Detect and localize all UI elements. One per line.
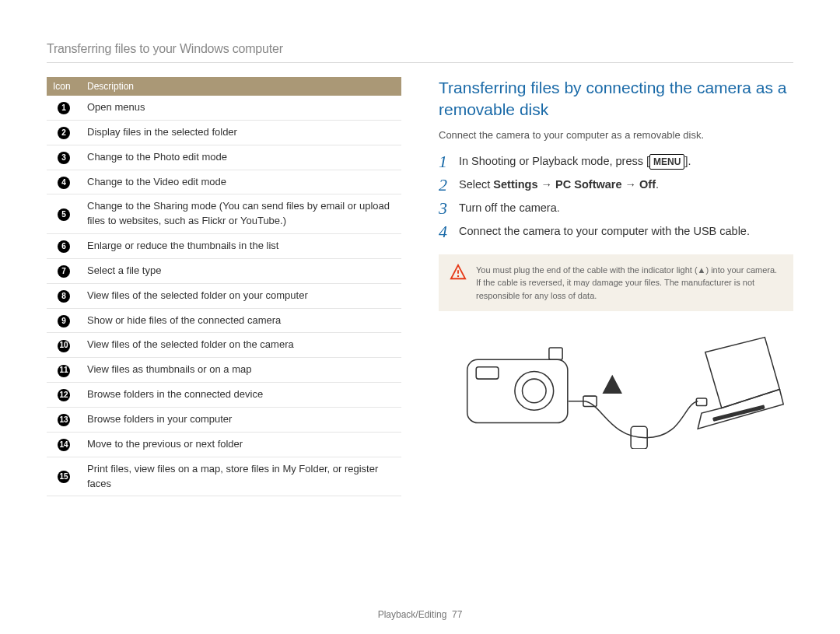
subsection-intro: Connect the camera to your computer as a…: [439, 129, 793, 141]
warning-icon: [450, 264, 467, 281]
table-row: 4Change to the Video edit mode: [47, 170, 401, 194]
table-row: 6Enlarge or reduce the thumbnails in the…: [47, 234, 401, 259]
description-cell: Change to the Sharing mode (You can send…: [81, 194, 401, 234]
header-icon: Icon: [47, 77, 81, 96]
step-1: 1 In Shooting or Playback mode, press [M…: [439, 153, 793, 170]
icon-cell: 3: [47, 145, 81, 170]
svg-rect-3: [467, 359, 568, 422]
description-cell: Open menus: [81, 96, 401, 120]
icon-cell: 13: [47, 407, 81, 432]
description-cell: Enlarge or reduce the thumbnails in the …: [81, 234, 401, 259]
description-cell: Print files, view files on a map, store …: [81, 457, 401, 496]
step-text: Turn off the camera.: [459, 200, 560, 217]
table-row: 12Browse folders in the connected device: [47, 383, 401, 408]
icon-cell: 7: [47, 258, 81, 283]
footer-section: Playback/Editing: [378, 609, 447, 620]
step-2: 2 Select Settings → PC Software → Off.: [439, 177, 793, 194]
table-row: 11View files as thumbnails or on a map: [47, 358, 401, 383]
icon-cell: 1: [47, 96, 81, 120]
svg-point-4: [515, 372, 554, 411]
description-cell: Select a file type: [81, 258, 401, 283]
svg-rect-6: [476, 367, 499, 379]
description-cell: Display files in the selected folder: [81, 120, 401, 145]
step-text-part: →: [622, 178, 640, 191]
number-bullet-icon: 13: [58, 414, 70, 426]
description-cell: View files as thumbnails or on a map: [81, 358, 401, 383]
number-bullet-icon: 9: [58, 315, 70, 328]
icon-cell: 10: [47, 333, 81, 358]
step-text-part: .: [656, 178, 659, 191]
note-box: You must plug the end of the cable with …: [439, 254, 793, 312]
icon-cell: 14: [47, 432, 81, 457]
number-bullet-icon: 6: [58, 240, 70, 253]
number-bullet-icon: 15: [58, 471, 70, 483]
icon-cell: 11: [47, 358, 81, 383]
note-text: You must plug the end of the cable with …: [476, 264, 782, 303]
table-row: 2Display files in the selected folder: [47, 120, 401, 145]
number-bullet-icon: 7: [58, 265, 70, 278]
step-text-part: →: [538, 178, 556, 191]
table-row: 3Change to the Photo edit mode: [47, 145, 401, 170]
description-cell: Browse folders in the connected device: [81, 383, 401, 408]
section-title: Transferring files to your Windows compu…: [47, 42, 793, 56]
svg-point-2: [457, 275, 459, 277]
table-row: 5Change to the Sharing mode (You can sen…: [47, 194, 401, 234]
svg-point-5: [522, 379, 546, 403]
step-3: 3 Turn off the camera.: [439, 200, 793, 217]
step-text-part: ].: [684, 155, 691, 167]
table-row: 14Move to the previous or next folder: [47, 432, 401, 457]
divider: [47, 62, 793, 63]
icon-cell: 9: [47, 308, 81, 333]
footer-page-number: 77: [452, 609, 462, 620]
step-text: Select Settings → PC Software → Off.: [459, 177, 659, 194]
step-number: 4: [439, 223, 459, 240]
table-row: 15Print files, view files on a map, stor…: [47, 457, 401, 496]
icon-description-table: Icon Description 1Open menus2Display fil…: [47, 77, 401, 496]
step-number: 2: [439, 177, 459, 194]
icon-cell: 15: [47, 457, 81, 496]
step-text: In Shooting or Playback mode, press [MEN…: [459, 153, 691, 170]
icon-cell: 4: [47, 170, 81, 194]
number-bullet-icon: 11: [58, 365, 70, 377]
table-header-row: Icon Description: [47, 77, 401, 96]
step-text-part: Select: [459, 178, 493, 191]
icon-cell: 8: [47, 283, 81, 308]
number-bullet-icon: 10: [58, 340, 70, 352]
step-text-bold: Off: [639, 178, 656, 191]
table-row: 10View files of the selected folder on t…: [47, 333, 401, 358]
step-text-bold: Settings: [493, 178, 537, 191]
number-bullet-icon: 12: [58, 389, 70, 401]
connection-diagram: [439, 330, 793, 452]
number-bullet-icon: 2: [58, 127, 70, 139]
step-number: 3: [439, 200, 459, 217]
page-footer: Playback/Editing 77: [0, 609, 840, 620]
steps-list: 1 In Shooting or Playback mode, press [M…: [439, 153, 793, 240]
icon-cell: 12: [47, 383, 81, 408]
number-bullet-icon: 5: [58, 208, 70, 221]
subsection-heading: Transferring files by connecting the cam…: [439, 77, 793, 121]
description-cell: View files of the selected folder on the…: [81, 333, 401, 358]
table-row: 8View files of the selected folder on yo…: [47, 283, 401, 308]
number-bullet-icon: 14: [58, 439, 70, 451]
description-cell: Change to the Video edit mode: [81, 170, 401, 194]
menu-key: MENU: [649, 154, 684, 170]
icon-cell: 5: [47, 194, 81, 234]
step-number: 1: [439, 153, 459, 170]
description-cell: Change to the Photo edit mode: [81, 145, 401, 170]
svg-rect-12: [696, 398, 706, 406]
svg-marker-10: [604, 376, 621, 393]
step-text: Connect the camera to your computer with…: [459, 223, 750, 240]
number-bullet-icon: 3: [58, 152, 70, 164]
number-bullet-icon: 8: [58, 290, 70, 303]
number-bullet-icon: 4: [58, 177, 70, 189]
icon-cell: 2: [47, 120, 81, 145]
step-4: 4 Connect the camera to your computer wi…: [439, 223, 793, 240]
table-row: 7Select a file type: [47, 258, 401, 283]
step-text-part: In Shooting or Playback mode, press [: [459, 155, 649, 167]
step-text-bold: PC Software: [555, 178, 621, 191]
header-description: Description: [81, 77, 401, 96]
description-cell: View files of the selected folder on you…: [81, 283, 401, 308]
description-cell: Show or hide files of the connected came…: [81, 308, 401, 333]
table-row: 9Show or hide files of the connected cam…: [47, 308, 401, 333]
table-row: 13Browse folders in your computer: [47, 407, 401, 432]
